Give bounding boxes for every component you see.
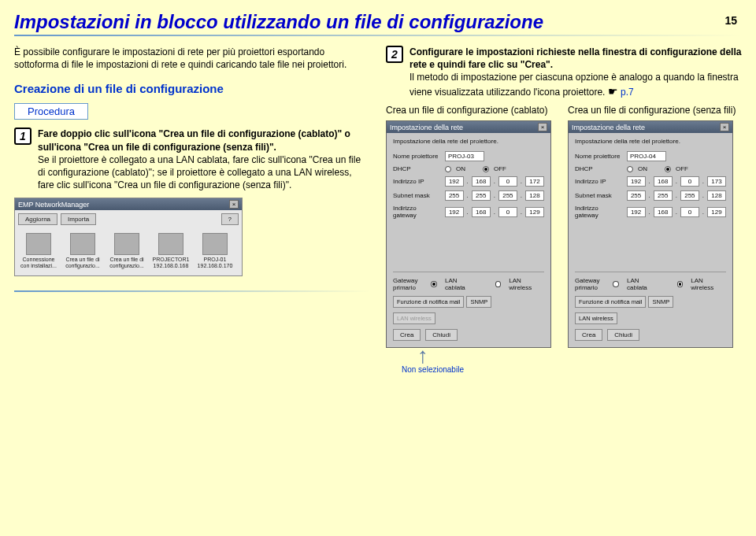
gwprim-wireless-radio[interactable] (495, 281, 502, 287)
mask-input[interactable]: 255 (445, 190, 464, 201)
ip-input[interactable]: 192 (445, 176, 464, 187)
gw-input[interactable]: 192 (627, 207, 646, 217)
wireless-titlebar: Impostazione della rete × (569, 121, 732, 133)
label-nome: Nome proiettore (393, 153, 442, 160)
crea-button[interactable]: Crea (393, 329, 421, 341)
nm-item-crea-cablato[interactable]: Crea un file diconfigurazio... (62, 233, 103, 268)
procedura-box: Procedura (14, 103, 88, 120)
step2-bold: Configurare le impostazioni richieste ne… (410, 46, 742, 71)
step-1: 1 Fare doppio clic sull'icona "Crea un f… (14, 128, 370, 191)
dialog-hint: Impostazione della rete del proiettore. (575, 138, 726, 145)
label-gwprim: Gateway primario (393, 277, 424, 291)
gw-input[interactable]: 192 (445, 207, 464, 217)
nome-input[interactable]: PROJ-03 (445, 151, 484, 161)
chiudi-button[interactable]: Chiudi (425, 329, 458, 341)
step-2: 2 Configurare le impostazioni richieste … (386, 46, 742, 98)
page-title: Impostazioni in blocco utilizzando un fi… (14, 11, 543, 33)
dialog-wireless: Impostazione della rete × Impostazione d… (568, 120, 733, 348)
nm-item-connessione[interactable]: Connessionecon installazi... (18, 233, 59, 268)
screenshot-networkmanager: EMP NetworkManager × Aggiorna Importa ? … (14, 198, 243, 275)
snmp-box[interactable]: SNMP (466, 296, 491, 308)
importa-button[interactable]: Importa (61, 213, 96, 225)
subhead: Creazione di un file di configurazione (14, 82, 370, 95)
left-column: È possibile configurare le impostazioni … (14, 46, 370, 374)
label-ip: Indirizzo IP (393, 178, 442, 185)
wireless-title: Impostazione della rete (572, 124, 645, 131)
label-dhcp: DHCP (393, 165, 442, 172)
page-link[interactable]: p.7 (621, 87, 634, 98)
crea-button[interactable]: Crea (575, 329, 602, 341)
nm-item-crea-wireless[interactable]: Crea un file diconfigurazio... (106, 233, 147, 268)
hand-icon: ☛ (608, 85, 618, 98)
nm-titlebar: EMP NetworkManager × (15, 198, 242, 210)
aggiorna-button[interactable]: Aggiorna (18, 213, 57, 225)
right-column: 2 Configurare le impostazioni richieste … (386, 46, 742, 374)
gwprim-cablata-radio[interactable] (431, 281, 437, 287)
close-icon[interactable]: × (720, 123, 729, 131)
left-bottom-rule (14, 290, 370, 292)
help-button[interactable]: ? (221, 213, 239, 225)
arrow-up-icon: ↑ (417, 353, 742, 359)
caption-wireless: Crea un file di configurazione (senza fi… (568, 105, 742, 117)
page-number: 15 (724, 14, 737, 27)
dialog-hint: Impostazione della rete del proiettore. (393, 138, 544, 145)
non-selezionabile-label: Non selezionabile (402, 365, 742, 374)
dhcp-off-radio[interactable] (665, 166, 671, 172)
step-number-1: 1 (14, 128, 32, 145)
nm-title: EMP NetworkManager (18, 201, 89, 209)
step2-text-a: Il metodo di impostazione per ciascuna o… (410, 72, 739, 97)
dialog-wired: Impostazione della rete × Impostazione d… (386, 120, 551, 348)
snmp-box[interactable]: SNMP (648, 296, 673, 308)
close-icon[interactable]: × (538, 123, 547, 131)
wired-title: Impostazione della rete (390, 124, 463, 131)
label-mask: Subnet mask (393, 192, 442, 199)
step1-text: Se il proiettore è collegato a una LAN c… (38, 153, 370, 192)
intro-text: È possibile configurare le impostazioni … (14, 46, 370, 71)
nm-item-projector1[interactable]: PROJECTOR1192.168.0.168 (150, 233, 191, 268)
label-gw: Indirizzo gateway (393, 205, 442, 219)
dhcp-on-radio[interactable] (445, 166, 451, 172)
dhcp-off-radio[interactable] (483, 166, 489, 172)
lan-wireless-box[interactable]: LAN wireless (575, 312, 617, 324)
mail-box[interactable]: Funzione di notifica mail (393, 296, 464, 308)
gwprim-wireless-radio[interactable] (677, 281, 684, 287)
wired-titlebar: Impostazione della rete × (387, 121, 550, 133)
close-icon[interactable]: × (229, 200, 239, 209)
caption-wired: Crea un file di configurazione (cablato) (386, 105, 560, 117)
mail-box[interactable]: Funzione di notifica mail (575, 296, 646, 308)
dhcp-on-radio[interactable] (627, 166, 633, 172)
step-number-2: 2 (386, 46, 403, 63)
ip-input[interactable]: 192 (627, 176, 646, 187)
nome-input[interactable]: PROJ-04 (627, 151, 666, 161)
nm-item-proj01[interactable]: PROJ-01192.168.0.170 (195, 233, 235, 268)
gwprim-cablata-radio[interactable] (613, 281, 619, 287)
title-rule (14, 35, 742, 36)
step1-bold: Fare doppio clic sull'icona "Crea un fil… (38, 128, 370, 153)
lan-wireless-disabled: LAN wireless (393, 312, 435, 324)
step2-text: Il metodo di impostazione per ciascuna o… (410, 71, 742, 98)
chiudi-button[interactable]: Chiudi (607, 329, 639, 341)
mask-input[interactable]: 255 (627, 190, 646, 201)
